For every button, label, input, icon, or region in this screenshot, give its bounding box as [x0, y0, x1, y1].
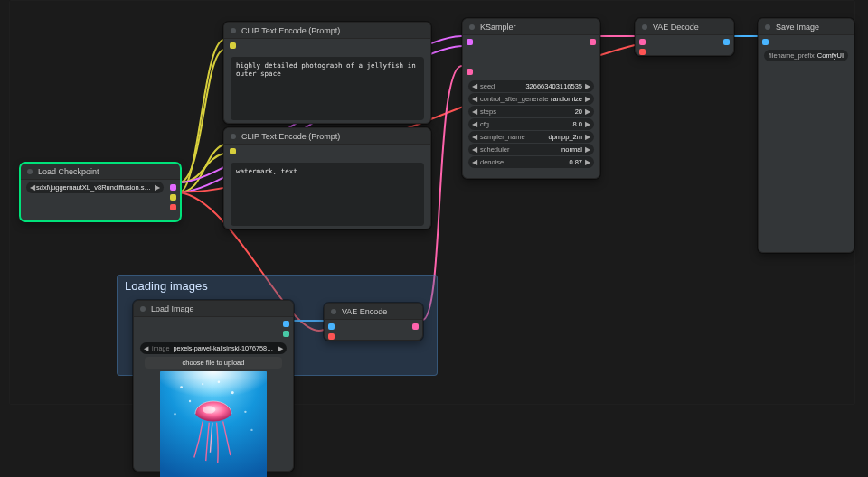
node-title: CLIP Text Encode (Prompt)	[241, 132, 340, 141]
node-load-image[interactable]: Load Image ◀ image pexels-pawel-kalisins…	[133, 300, 294, 472]
ckpt-widget[interactable]: ◀ sdxl\juggernautXL_v8Rundiffusion.safet…	[26, 182, 164, 193]
chevron-left-icon[interactable]: ◀	[471, 108, 478, 116]
output-vae[interactable]: VAE	[170, 202, 176, 212]
collapse-icon[interactable]	[469, 24, 475, 30]
collapse-icon[interactable]	[140, 306, 146, 312]
svg-point-7	[218, 381, 221, 384]
port-cond-out[interactable]	[419, 148, 425, 154]
output-model[interactable]: MODEL	[170, 182, 176, 192]
port-vae[interactable]	[170, 204, 176, 210]
svg-point-2	[180, 386, 183, 388]
port[interactable]	[467, 49, 473, 55]
collapse-icon[interactable]	[27, 169, 33, 174]
collapse-icon[interactable]	[231, 134, 236, 139]
output-latent[interactable]	[412, 322, 419, 332]
port[interactable]	[639, 49, 646, 55]
ksampler-control_after_generate-widget[interactable]: ◀control_after_generaterandomize▶	[468, 93, 594, 105]
port[interactable]	[283, 331, 289, 337]
output-conditioning[interactable]: CONDITIONING	[419, 41, 425, 51]
input-clip[interactable]: clip	[230, 146, 236, 156]
chevron-right-icon[interactable]: ▶	[278, 344, 283, 352]
port[interactable]	[467, 59, 473, 65]
input-vae[interactable]	[639, 47, 646, 57]
group-title: Loading images	[118, 276, 437, 296]
port[interactable]	[639, 39, 646, 45]
ksampler-seed-widget[interactable]: ◀seed326663403116535▶	[468, 80, 594, 92]
port-clip-in[interactable]	[230, 42, 236, 49]
input-model[interactable]	[467, 37, 473, 47]
chevron-left-icon[interactable]: ◀	[144, 344, 148, 352]
chevron-right-icon[interactable]: ▶	[584, 82, 591, 90]
port[interactable]	[328, 323, 335, 330]
output-image[interactable]	[283, 319, 289, 329]
port[interactable]	[762, 39, 769, 45]
node-title: Save Image	[776, 23, 819, 32]
port[interactable]	[283, 321, 289, 327]
output-latent[interactable]	[590, 37, 596, 47]
svg-point-6	[202, 383, 203, 385]
input-images[interactable]	[762, 37, 769, 47]
ksampler-steps-widget[interactable]: ◀steps20▶	[468, 106, 594, 117]
port-clip[interactable]	[170, 194, 176, 201]
port[interactable]	[467, 69, 473, 75]
node-title: VAE Decode	[653, 23, 699, 32]
chevron-left-icon[interactable]: ◀	[471, 145, 478, 154]
chevron-left-icon[interactable]: ◀	[471, 133, 478, 141]
input-vae[interactable]	[328, 332, 335, 341]
output-image[interactable]	[723, 37, 730, 47]
chevron-right-icon[interactable]: ▶	[154, 183, 161, 192]
chevron-left-icon[interactable]: ◀	[471, 95, 478, 103]
ksampler-denoise-widget[interactable]: ◀denoise0.87▶	[468, 156, 594, 168]
port[interactable]	[467, 39, 473, 45]
collapse-icon[interactable]	[765, 24, 770, 30]
svg-point-4	[231, 391, 234, 394]
chevron-left-icon[interactable]: ◀	[29, 183, 36, 192]
chevron-right-icon[interactable]: ▶	[584, 120, 591, 128]
node-save-image[interactable]: Save Image filename_prefix ComfyUI	[758, 18, 854, 253]
input-samples[interactable]	[639, 37, 646, 47]
svg-point-9	[250, 429, 252, 431]
output-mask[interactable]	[283, 329, 289, 339]
input-negative[interactable]	[467, 57, 473, 67]
chevron-left-icon[interactable]: ◀	[471, 158, 478, 166]
input-latent[interactable]	[467, 67, 473, 77]
ksampler-scheduler-widget[interactable]: ◀schedulernormal▶	[468, 144, 594, 155]
prompt-textarea[interactable]: watermark, text	[231, 163, 424, 226]
collapse-icon[interactable]	[642, 24, 647, 30]
output-conditioning[interactable]: CONDITIONING	[419, 146, 425, 156]
choose-file-button[interactable]: choose file to upload	[145, 357, 282, 369]
input-clip[interactable]: clip	[230, 41, 236, 51]
svg-point-5	[244, 411, 246, 413]
collapse-icon[interactable]	[331, 309, 336, 314]
chevron-right-icon[interactable]: ▶	[584, 95, 591, 103]
node-load-checkpoint[interactable]: Load Checkpoint MODEL CLIP VAE ◀ sdxl\ju…	[20, 163, 181, 221]
prompt-textarea[interactable]: highly detailed photograph of a jellyfis…	[231, 57, 424, 120]
svg-point-3	[189, 400, 191, 402]
port[interactable]	[590, 39, 596, 45]
node-vae-decode[interactable]: VAE Decode	[635, 18, 734, 56]
port-cond-out[interactable]	[419, 42, 425, 49]
chevron-right-icon[interactable]: ▶	[584, 158, 591, 166]
node-ksampler[interactable]: KSampler ◀seed326663403116535▶◀control_a…	[462, 18, 600, 179]
ksampler-cfg-widget[interactable]: ◀cfg8.0▶	[468, 118, 594, 130]
port[interactable]	[328, 333, 335, 340]
node-vae-encode[interactable]: VAE Encode	[324, 303, 423, 341]
ksampler-sampler_name-widget[interactable]: ◀sampler_namedpmpp_2m▶	[468, 131, 594, 143]
port-clip-in[interactable]	[230, 148, 236, 154]
input-pixels[interactable]	[328, 322, 335, 332]
port[interactable]	[723, 39, 730, 45]
port[interactable]	[412, 323, 419, 330]
input-positive[interactable]	[467, 47, 473, 57]
chevron-right-icon[interactable]: ▶	[584, 108, 591, 116]
image-selector[interactable]: ◀ image pexels-pawel-kalisinski-1076758.…	[140, 342, 287, 354]
chevron-right-icon[interactable]: ▶	[584, 145, 591, 154]
output-clip[interactable]: CLIP	[170, 192, 176, 202]
filename-prefix-widget[interactable]: filename_prefix ComfyUI	[764, 50, 848, 61]
node-clip-positive[interactable]: CLIP Text Encode (Prompt) clip CONDITION…	[223, 22, 431, 124]
chevron-left-icon[interactable]: ◀	[471, 82, 478, 90]
chevron-left-icon[interactable]: ◀	[471, 120, 478, 128]
collapse-icon[interactable]	[231, 28, 236, 33]
chevron-right-icon[interactable]: ▶	[584, 133, 591, 141]
port-model[interactable]	[170, 184, 176, 191]
node-clip-negative[interactable]: CLIP Text Encode (Prompt) clip CONDITION…	[223, 127, 431, 229]
